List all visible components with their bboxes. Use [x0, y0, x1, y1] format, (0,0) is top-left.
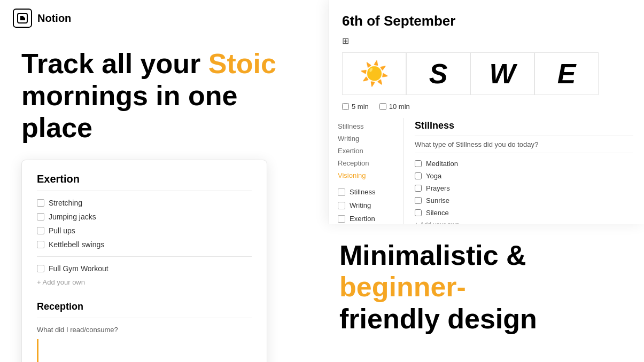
time-checks: 5 min 10 min	[329, 103, 644, 111]
list-item: Stillness	[338, 188, 395, 196]
item-label: Jumping jacks	[49, 213, 96, 221]
list-item: Sunrise	[415, 196, 633, 204]
e-icon-cell: E	[534, 52, 599, 95]
card-panel: Exertion Stretching Jumping jacks Pull u…	[21, 160, 267, 362]
list-item: Meditation	[415, 160, 633, 168]
checkbox-sunrise[interactable]	[415, 197, 422, 204]
item-label: Pull ups	[49, 226, 75, 235]
item-label: Full Gym Workout	[49, 264, 108, 273]
checkbox-prayers[interactable]	[415, 185, 422, 192]
reception-title: Reception	[37, 301, 252, 318]
stillness-title: Stillness	[415, 120, 633, 136]
list-item: Kettlebell swings	[37, 240, 252, 249]
item-label: Kettlebell swings	[49, 240, 104, 249]
icon-row: ☀️ S W E	[329, 52, 644, 95]
notion-sidebar: Stillness Writing Exertion Reception Vis…	[329, 118, 404, 224]
checkbox-exertion[interactable]	[338, 215, 345, 223]
list-item: Prayers	[415, 184, 633, 192]
bottom-line2: friendly design	[339, 303, 537, 334]
list-item: Exertion	[338, 215, 395, 223]
checkbox-stretching[interactable]	[37, 199, 44, 207]
nav-spacer	[338, 182, 395, 188]
checkbox-kettlebell[interactable]	[37, 241, 44, 248]
notion-date: 6th of September	[329, 0, 644, 36]
grid-icon[interactable]: ⊞	[329, 36, 644, 52]
hero-title-line2: mornings in one place	[21, 80, 237, 143]
list-item: Yoga	[415, 172, 633, 180]
sidebar-item-visioning[interactable]: Visioning	[338, 169, 395, 182]
checkbox-stillness[interactable]	[338, 188, 345, 196]
exertion-section: Exertion Stretching Jumping jacks Pull u…	[37, 173, 252, 286]
time-check-10min: 10 min	[379, 103, 410, 111]
list-item: Stretching	[37, 199, 252, 207]
checkbox-jumping[interactable]	[37, 213, 44, 221]
item-label: Stretching	[49, 199, 82, 207]
hero-title-accent: Stoic	[208, 48, 276, 79]
left-section: Track all your Stoic mornings in one pla…	[21, 48, 294, 362]
hero-title: Track all your Stoic mornings in one pla…	[21, 48, 294, 144]
list-item: Writing	[338, 201, 395, 209]
bottom-cta: Minimalistic & beginner- friendly design	[339, 240, 623, 335]
sidebar-item-exertion[interactable]: Exertion	[338, 145, 395, 157]
hero-title-plain: Track all your	[21, 48, 208, 79]
checkbox-5min[interactable]	[342, 103, 349, 110]
checkbox-pullups[interactable]	[37, 227, 44, 234]
list-item: Full Gym Workout	[37, 264, 252, 273]
checkbox-fullgym[interactable]	[37, 265, 44, 272]
add-own-exertion[interactable]: + Add your own	[37, 278, 252, 286]
checkbox-10min[interactable]	[379, 103, 386, 110]
sidebar-item-stillness[interactable]: Stillness	[338, 120, 395, 132]
list-item: Silence	[415, 209, 633, 217]
time-label-10: 10 min	[389, 103, 410, 111]
reception-question: What did I read/consume?	[37, 326, 252, 334]
notion-logo	[13, 9, 32, 28]
w-icon-cell: W	[470, 52, 534, 95]
checkbox-yoga[interactable]	[415, 172, 422, 179]
s-icon-cell: S	[406, 52, 470, 95]
checkbox-silence[interactable]	[415, 209, 422, 216]
notion-panel: 6th of September ⊞ ☀️ S W E 5 min 10 min…	[329, 0, 644, 224]
divider	[37, 256, 252, 257]
reception-section: Reception What did I read/consume?	[37, 301, 252, 362]
bottom-plain: Minimalistic &	[339, 240, 526, 271]
sidebar-item-writing[interactable]: Writing	[338, 132, 395, 145]
sidebar-item-reception[interactable]: Reception	[338, 157, 395, 169]
stillness-question: What type of Stillness did you do today?	[415, 140, 633, 153]
add-own-stillness[interactable]: + Add your own	[415, 221, 633, 224]
app-name: Notion	[37, 12, 71, 25]
list-item: Jumping jacks	[37, 213, 252, 221]
checkbox-writing[interactable]	[338, 202, 345, 209]
list-item: Pull ups	[37, 226, 252, 235]
notion-main-content: Stillness Writing Exertion Reception Vis…	[329, 118, 644, 224]
time-check-5min: 5 min	[342, 103, 369, 111]
reception-input-cursor	[37, 339, 38, 362]
bottom-accent: beginner-	[339, 271, 466, 302]
stillness-detail: Stillness What type of Stillness did you…	[404, 118, 644, 224]
sun-icon-cell: ☀️	[342, 52, 406, 95]
checkbox-meditation[interactable]	[415, 160, 422, 167]
exertion-title: Exertion	[37, 173, 252, 191]
time-label-5: 5 min	[352, 103, 369, 111]
